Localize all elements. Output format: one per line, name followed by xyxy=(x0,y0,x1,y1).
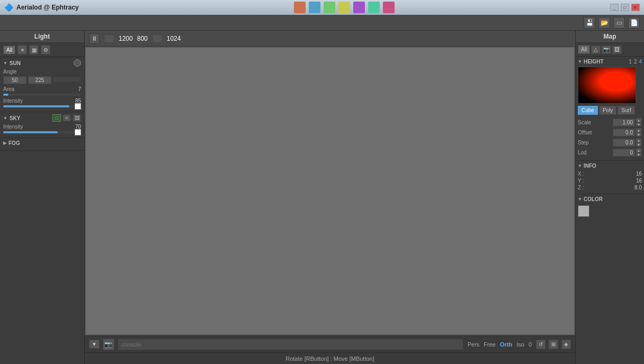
status-bar: Rotate [RButton] : Move [MButton] xyxy=(85,352,575,364)
sky-header[interactable]: ▼ SKY □ ≡ 🖼 xyxy=(3,114,81,122)
taskbar-icon-2[interactable] xyxy=(309,2,320,13)
viewport-dimensions: 1200 800 xyxy=(119,35,148,42)
sky-icon-image[interactable]: 🖼 xyxy=(73,114,81,122)
map-tab-all[interactable]: All xyxy=(578,45,590,54)
map-tab-camera[interactable]: 📷 xyxy=(602,46,611,54)
camera-button[interactable]: 📷 xyxy=(103,339,114,350)
tab-gear-icon[interactable]: ⚙ xyxy=(41,45,50,54)
intensity-row: Intensity 85 xyxy=(3,98,81,104)
taskbar-icon-7[interactable] xyxy=(383,2,395,13)
intensity-slider-thumb[interactable] xyxy=(75,103,81,110)
sky-slider-thumb[interactable] xyxy=(75,129,81,135)
maximize-button[interactable]: □ xyxy=(621,4,629,11)
step-spin-down[interactable]: ▼ xyxy=(636,142,642,147)
minimize-button[interactable]: _ xyxy=(610,4,619,11)
info-button[interactable]: 📄 xyxy=(628,17,640,29)
sun-header[interactable]: ▼ SUN xyxy=(3,59,81,67)
view-free-button[interactable]: Free xyxy=(482,341,497,348)
pause-button[interactable]: ⏸ xyxy=(89,33,100,44)
view-orth-button[interactable]: Orth xyxy=(499,341,513,348)
viewport-canvas[interactable] xyxy=(85,47,575,335)
sky-title: ▼ SKY xyxy=(3,115,20,121)
taskbar-icon-5[interactable] xyxy=(353,2,365,13)
window-controls: _ □ ✕ xyxy=(610,4,640,11)
close-button[interactable]: ✕ xyxy=(631,4,640,11)
grid-button[interactable]: ⊞ xyxy=(549,340,558,349)
angle-bar[interactable] xyxy=(53,76,81,83)
info-header: ▼ INFO xyxy=(578,163,642,169)
sky-slider-track xyxy=(3,131,81,133)
view-num: 0 xyxy=(527,341,533,348)
taskbar-icon-4[interactable] xyxy=(338,2,350,13)
angle-input-1[interactable] xyxy=(3,76,26,84)
area-slider[interactable] xyxy=(3,94,81,96)
scale-spin-up[interactable]: ▲ xyxy=(636,118,642,122)
scale-input[interactable] xyxy=(613,119,635,126)
height-num-1[interactable]: 1 xyxy=(629,59,632,65)
map-tab-triangle[interactable]: △ xyxy=(591,46,601,54)
map-tab-image[interactable]: 🖼 xyxy=(612,46,622,54)
open-button[interactable]: 📂 xyxy=(598,17,610,29)
intensity-slider[interactable] xyxy=(3,105,81,107)
info-x-row: X : 16 xyxy=(578,171,642,177)
cube-tab-surf[interactable]: Surf xyxy=(618,106,634,115)
sun-title: ▼ SUN xyxy=(3,60,21,66)
taskbar-icon-1[interactable] xyxy=(294,2,306,13)
offset-input-group: ▲ ▼ xyxy=(613,128,642,136)
sky-intensity-row: Intensity 70 xyxy=(3,124,81,130)
height-num-2[interactable]: 2 xyxy=(634,59,637,65)
height-num-4[interactable]: 4 xyxy=(639,59,642,65)
color-swatch[interactable] xyxy=(578,205,589,217)
console-toggle-button[interactable]: ▼ xyxy=(89,340,100,349)
scale-spin-down[interactable]: ▼ xyxy=(636,122,642,126)
view-mode-buttons: Pers Free Orth Iso 0 xyxy=(467,341,533,348)
sky-icon-list[interactable]: ≡ xyxy=(62,114,71,122)
cube-tab-poly[interactable]: Poly xyxy=(599,106,616,115)
lod-spin-down[interactable]: ▼ xyxy=(636,152,642,157)
step-spin-up[interactable]: ▲ xyxy=(636,138,642,142)
scale-spinners: ▲ ▼ xyxy=(636,118,642,126)
height-preview-image[interactable] xyxy=(578,67,636,104)
angle-row: Angle xyxy=(3,69,81,75)
map-panel-tabs: All △ 📷 🖼 xyxy=(576,43,644,57)
offset-input[interactable] xyxy=(613,129,635,136)
lod-row: Lod ▲ ▼ xyxy=(578,148,642,157)
sky-icon-square[interactable]: □ xyxy=(52,114,61,122)
sky-intensity-slider[interactable] xyxy=(3,131,81,133)
lod-input[interactable] xyxy=(613,149,635,157)
sun-toggle[interactable] xyxy=(74,59,81,67)
titlebar: 🔷 Aerialod @ Ephtracy _ □ ✕ xyxy=(0,0,644,15)
taskbar-icon-3[interactable] xyxy=(324,2,335,13)
window-button[interactable]: ▭ xyxy=(613,17,625,29)
area-slider-track xyxy=(3,94,81,96)
info-section: ▼ INFO X : 16 Y : 16 Z : 8.0 xyxy=(576,161,644,194)
save-button[interactable]: 💾 xyxy=(584,17,595,29)
lod-spin-up[interactable]: ▲ xyxy=(636,148,642,152)
step-row: Step ▲ ▼ xyxy=(578,138,642,147)
view-iso-button[interactable]: Iso xyxy=(515,341,525,348)
center-area: ⏸ 1200 800 1024 ▼ 📷 Pers Free Orth Iso 0 xyxy=(85,31,575,364)
offset-spin-down[interactable]: ▼ xyxy=(636,132,642,136)
offset-spin-up[interactable]: ▲ xyxy=(636,128,642,132)
tab-chart-icon[interactable]: ▦ xyxy=(29,45,39,54)
light-panel-tabs: All ☀ ▦ ⚙ xyxy=(0,43,84,57)
box-button[interactable]: ◈ xyxy=(561,340,571,349)
console-input[interactable] xyxy=(118,339,463,350)
reset-view-button[interactable]: ↺ xyxy=(536,340,545,349)
info-z-row: Z : 8.0 xyxy=(578,185,642,190)
tab-sun-icon[interactable]: ☀ xyxy=(17,45,27,54)
cube-tab-cube[interactable]: Cube xyxy=(578,106,598,115)
sky-arrow: ▼ xyxy=(3,116,7,121)
sun-arrow: ▼ xyxy=(3,61,7,66)
sun-section: ▼ SUN Angle Area 7 xyxy=(0,57,84,112)
angle-input-2[interactable] xyxy=(28,76,51,84)
view-pers-button[interactable]: Pers xyxy=(467,341,481,348)
fog-header[interactable]: ▶ FOG xyxy=(3,140,81,146)
taskbar-icon-6[interactable] xyxy=(368,2,380,13)
step-input[interactable] xyxy=(613,139,635,147)
left-panel: Light All ☀ ▦ ⚙ ▼ SUN Angle xyxy=(0,31,85,364)
cube-tabs: Cube Poly Surf xyxy=(578,106,642,115)
tab-all[interactable]: All xyxy=(3,46,15,54)
angle-inputs xyxy=(3,76,81,84)
intensity-slider-track xyxy=(3,105,81,107)
